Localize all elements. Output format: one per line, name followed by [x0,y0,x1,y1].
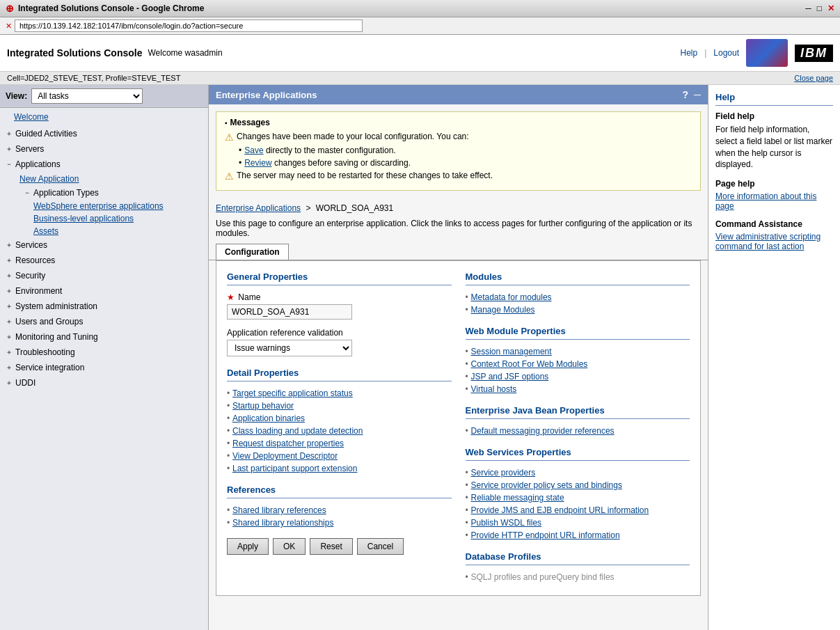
page-header-icons: ? ─ [683,89,701,100]
nav-group-header-applications[interactable]: － Applications [0,157,208,172]
link-session-management[interactable]: Session management [471,347,552,356]
nav-group-header-sysadmin[interactable]: ＋ System administration [0,299,208,314]
sidebar-item-resources: Resources [15,255,55,265]
nav-group-header-resources[interactable]: ＋ Resources [0,253,208,268]
page-description: Use this page to configure an enterprise… [209,219,708,244]
nav-group-service-int: ＋ Service integration [0,360,208,375]
nav-sub-children-app-types: WebSphere enterprise applications Busine… [21,200,208,237]
link-service-providers[interactable]: Service providers [471,468,536,478]
apply-button[interactable]: Apply [227,538,269,555]
sidebar-item-app-types: Application Types [33,188,99,198]
expand-icon-security: ＋ [6,271,13,281]
section-web-services: Web Services Properties [466,447,690,461]
link-startup[interactable]: Startup behavior [232,401,294,411]
sidebar-item-troubleshooting: Troubleshooting [15,347,75,357]
expand-icon-sysadmin: ＋ [6,301,13,311]
link-shared-library-rel[interactable]: Shared library relationships [232,518,333,528]
ejb-links: Default messaging provider references [466,426,690,436]
link-context-root[interactable]: Context Root For Web Modules [471,359,588,369]
nav-group-sysadmin: ＋ System administration [0,299,208,314]
browser-icon: ⊕ [6,3,14,14]
nav-group-header-troubleshooting[interactable]: ＋ Troubleshooting [0,345,208,360]
minimize-panel-icon[interactable]: ─ [694,89,701,100]
sidebar-item-servers: Servers [15,144,44,154]
expand-icon-service-int: ＋ [6,363,13,372]
cancel-button[interactable]: Cancel [357,538,404,555]
help-link[interactable]: Help [680,48,697,58]
minimize-button[interactable]: ─ [805,3,811,13]
sidebar-item-uddi: UDDI [15,378,35,388]
sidebar-item-service-int: Service integration [15,363,84,372]
nav-group-header-environment[interactable]: ＋ Environment [0,283,208,299]
nav-group-header-servers[interactable]: ＋ Servers [0,141,208,157]
sidebar-item-sysadmin: System administration [15,301,97,311]
link-request-dispatcher[interactable]: Request dispatcher properties [232,439,344,448]
nav-children-applications: New Application － Application Types WebS… [0,172,208,237]
url-input[interactable] [15,19,363,32]
help-section-command: Command Assistance View administrative s… [715,219,833,251]
breadcrumb-enterprise-apps[interactable]: Enterprise Applications [216,203,301,213]
name-input[interactable] [227,304,352,320]
close-page-link[interactable]: Close page [794,74,833,82]
link-default-messaging[interactable]: Default messaging provider references [471,426,615,436]
link-virtual-hosts[interactable]: Virtual hosts [471,384,517,394]
nav-group-header-monitoring[interactable]: ＋ Monitoring and Tuning [0,329,208,345]
maximize-button[interactable]: □ [817,3,822,13]
link-publish-wsdl[interactable]: Publish WSDL files [471,518,542,528]
tab-configuration[interactable]: Configuration [216,244,289,260]
col-right: Modules Metadata for modules Manage Modu… [466,271,690,585]
link-jsp-jsf[interactable]: JSP and JSF options [471,372,549,381]
app-header: Integrated Solutions Console Welcome was… [0,35,840,72]
logout-link[interactable]: Logout [713,48,739,58]
config-panel: General Properties ★ Name Application re… [216,260,701,596]
reset-button[interactable]: Reset [310,538,352,555]
help-icon[interactable]: ? [683,89,689,100]
sidebar-item-business-apps[interactable]: Business-level applications [21,212,208,225]
link-class-loading[interactable]: Class loading and update detection [232,426,363,436]
nav-group-header-users[interactable]: ＋ Users and Groups [0,314,208,329]
link-jms-ejb-endpoint[interactable]: Provide JMS and EJB endpoint URL informa… [471,505,649,515]
section-references: References [227,485,452,498]
link-service-provider-policy[interactable]: Service provider policy sets and binding… [471,480,622,490]
section-web-module: Web Module Properties [466,326,690,340]
link-http-endpoint[interactable]: Provide HTTP endpoint URL information [471,530,620,540]
ibm-logo: IBM [795,45,833,62]
review-link[interactable]: Review [244,158,271,168]
expand-icon-applications: － [6,159,13,169]
app-ref-select[interactable]: Issue warnings Stop application None [227,340,352,356]
warn-icon-1: ⚠ [225,132,234,143]
command-link[interactable]: View administrative scripting command fo… [715,232,821,251]
sidebar-item-websphere-apps[interactable]: WebSphere enterprise applications [21,200,208,212]
web-services-links: Service providers Service provider polic… [466,468,690,540]
sidebar-item-assets[interactable]: Assets [21,225,208,237]
sidebar-item-welcome[interactable]: Welcome [0,108,208,126]
link-app-binaries[interactable]: Application binaries [232,414,305,423]
expand-icon-app-types: － [24,188,31,198]
close-button[interactable]: ✕ [827,3,834,13]
messages-expand-icon[interactable]: ▪ [225,119,228,127]
help-section-page: Page help More information about this pa… [715,179,833,211]
link-metadata-modules[interactable]: Metadata for modules [471,292,552,302]
link-reliable-messaging[interactable]: Reliable messaging state [471,493,564,503]
link-shared-library-refs[interactable]: Shared library references [232,505,326,515]
link-last-participant[interactable]: Last participant support extension [232,464,357,473]
ok-button[interactable]: OK [273,538,306,555]
sidebar-item-new-application[interactable]: New Application [14,172,208,186]
link-target-specific[interactable]: Target specific application status [232,388,353,398]
nav-group-header-uddi[interactable]: ＋ UDDI [0,375,208,391]
page-help-link[interactable]: More information about this page [715,191,816,211]
nav-group-header-guided[interactable]: ＋ Guided Activities [0,126,208,141]
link-manage-modules[interactable]: Manage Modules [471,305,535,315]
view-select[interactable]: All tasks [31,88,143,104]
link-deployment-descriptor[interactable]: View Deployment Descriptor [232,451,338,461]
nav-group-header-security[interactable]: ＋ Security [0,268,208,283]
section-ejb: Enterprise Java Bean Properties [466,405,690,419]
sidebar-item-environment: Environment [15,286,62,296]
nav-group-applications: － Applications New Application － Applica… [0,157,208,237]
nav-group-header-service-int[interactable]: ＋ Service integration [0,360,208,375]
command-title: Command Assistance [715,219,833,229]
page-header-bar: Enterprise Applications ? ─ [209,85,708,104]
nav-group-header-services[interactable]: ＋ Services [0,237,208,253]
save-link[interactable]: Save [244,145,263,155]
nav-sub-header-app-types[interactable]: － Application Types [21,186,208,200]
